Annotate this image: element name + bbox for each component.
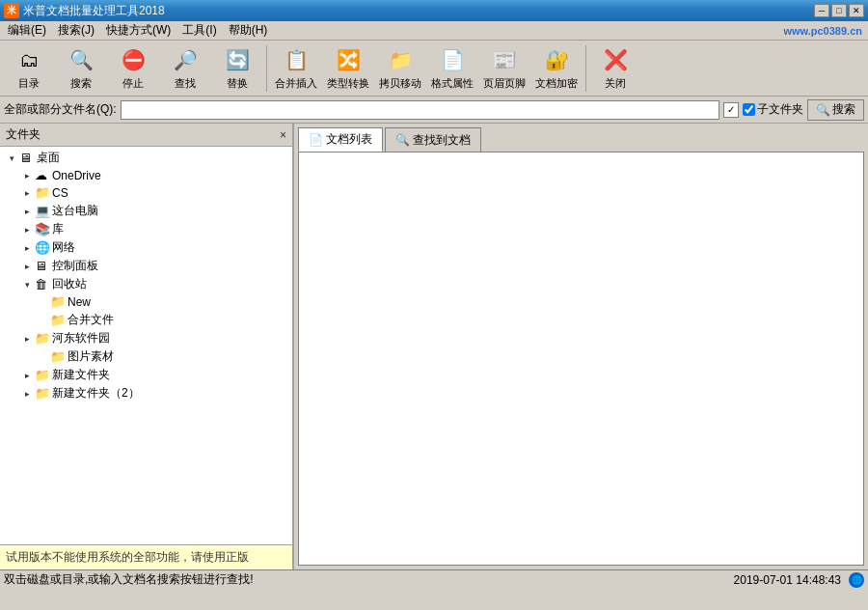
find-icon: 🔎 bbox=[170, 46, 201, 74]
thispc-icon: 💻 bbox=[35, 204, 50, 219]
tree-item-thispc[interactable]: ▸ 💻 这台电脑 bbox=[0, 202, 292, 220]
expand-hedong[interactable]: ▸ bbox=[19, 331, 35, 347]
subfolder-checkbox-area[interactable]: 子文件夹 bbox=[743, 101, 803, 118]
desktop-label: 桌面 bbox=[37, 150, 60, 166]
menu-search[interactable]: 搜索(J) bbox=[52, 20, 100, 41]
main-area: 文件夹 × ▾ 🖥 桌面 ▸ ☁ OneDrive ▸ 📁 CS bbox=[0, 124, 868, 569]
expand-network[interactable]: ▸ bbox=[19, 240, 35, 256]
minimize-button[interactable]: ─ bbox=[814, 4, 829, 17]
newfolder2-icon: 📁 bbox=[35, 386, 50, 402]
tree-item-new[interactable]: ▸ 📁 New bbox=[0, 293, 292, 311]
toolbar-headerfooter-button[interactable]: 📰 页眉页脚 bbox=[479, 43, 529, 94]
menu-shortcut[interactable]: 快捷方式(W) bbox=[100, 20, 176, 41]
expand-onedrive[interactable]: ▸ bbox=[19, 168, 35, 183]
merge-label: 合并插入 bbox=[275, 76, 317, 91]
search-toolbar-icon: 🔍 bbox=[66, 46, 96, 74]
trial-notice: 试用版本不能使用系统的全部功能，请使用正版 bbox=[0, 544, 292, 569]
expand-cs[interactable]: ▸ bbox=[19, 185, 35, 201]
newfolder2-label: 新建文件夹（2） bbox=[52, 385, 140, 402]
app-title: 米普文档批量处理工具2018 bbox=[23, 3, 814, 19]
title-buttons: ─ □ ✕ bbox=[814, 4, 864, 17]
find-label: 查找 bbox=[175, 76, 196, 91]
file-panel-close[interactable]: × bbox=[280, 128, 286, 142]
right-panel: 📄 文档列表 🔍 查找到文档 bbox=[294, 124, 868, 569]
cs-folder-icon: 📁 bbox=[35, 185, 50, 201]
format-icon: 📄 bbox=[437, 46, 468, 74]
expand-library[interactable]: ▸ bbox=[19, 222, 35, 237]
toolbar-typeconv-button[interactable]: 🔀 类型转换 bbox=[323, 43, 373, 94]
dir-label: 目录 bbox=[18, 76, 40, 91]
tree-item-controlpanel[interactable]: ▸ 🖥 控制面板 bbox=[0, 257, 292, 275]
tab-finddoc-label: 查找到文档 bbox=[413, 132, 471, 149]
tab-finddoc-icon: 🔍 bbox=[395, 133, 410, 147]
tree-item-newfolder2[interactable]: ▸ 📁 新建文件夹（2） bbox=[0, 384, 292, 402]
toolbar-close-button[interactable]: ❌ 关闭 bbox=[590, 43, 640, 94]
new-folder-icon: 📁 bbox=[50, 294, 66, 310]
copymove-icon: 📁 bbox=[385, 46, 416, 74]
images-folder-icon: 📁 bbox=[50, 349, 66, 365]
file-tree: ▾ 🖥 桌面 ▸ ☁ OneDrive ▸ 📁 CS ▸ 💻 这台电脑 bbox=[0, 147, 292, 544]
file-panel-header: 文件夹 × bbox=[0, 124, 292, 147]
filename-label: 全部或部分文件名(Q): bbox=[4, 101, 117, 118]
stop-label: 停止 bbox=[122, 76, 144, 91]
expand-desktop[interactable]: ▾ bbox=[4, 151, 19, 166]
search-input[interactable] bbox=[121, 100, 719, 120]
expand-newfolder[interactable]: ▸ bbox=[19, 368, 35, 383]
tab-doclist-label: 文档列表 bbox=[326, 131, 372, 148]
subfolder-checkbox[interactable] bbox=[743, 103, 755, 116]
status-right: 2019-07-01 14:48:43 🌐 bbox=[734, 572, 864, 588]
newfolder-icon: 📁 bbox=[35, 368, 50, 383]
toolbar-encrypt-button[interactable]: 🔐 文档加密 bbox=[531, 43, 582, 94]
replace-icon: 🔄 bbox=[222, 46, 253, 74]
toolbar-stop-button[interactable]: ⛔ 停止 bbox=[108, 43, 158, 94]
toolbar-dir-button[interactable]: 🗂 目录 bbox=[4, 43, 54, 94]
toolbar-close-icon: ❌ bbox=[600, 46, 631, 74]
tree-item-hedong[interactable]: ▸ 📁 河东软件园 bbox=[0, 329, 292, 347]
tab-find-doc[interactable]: 🔍 查找到文档 bbox=[385, 127, 481, 152]
headerfooter-icon: 📰 bbox=[489, 46, 520, 74]
menu-edit[interactable]: 编辑(E) bbox=[2, 20, 52, 41]
toolbar-replace-button[interactable]: 🔄 替换 bbox=[212, 43, 262, 94]
tree-item-cs[interactable]: ▸ 📁 CS bbox=[0, 184, 292, 202]
menu-help[interactable]: 帮助(H) bbox=[223, 20, 274, 41]
tree-item-network[interactable]: ▸ 🌐 网络 bbox=[0, 238, 292, 257]
tree-item-desktop[interactable]: ▾ 🖥 桌面 bbox=[0, 149, 292, 167]
close-window-button[interactable]: ✕ bbox=[849, 4, 864, 17]
tree-item-newfolder[interactable]: ▸ 📁 新建文件夹 bbox=[0, 366, 292, 384]
expand-thispc[interactable]: ▸ bbox=[19, 204, 35, 219]
tab-doc-list[interactable]: 📄 文档列表 bbox=[298, 127, 383, 152]
search-bar: 全部或部分文件名(Q): ✓ 子文件夹 🔍 搜索 bbox=[0, 97, 868, 124]
recycle-label: 回收站 bbox=[52, 276, 87, 292]
file-panel-title: 文件夹 bbox=[6, 126, 41, 143]
toolbar-format-button[interactable]: 📄 格式属性 bbox=[427, 43, 477, 94]
tree-item-recycle[interactable]: ▾ 🗑 回收站 bbox=[0, 275, 292, 293]
desktop-folder-icon: 🖥 bbox=[19, 151, 35, 166]
tree-item-images[interactable]: ▸ 📁 图片素材 bbox=[0, 347, 292, 366]
expand-controlpanel[interactable]: ▸ bbox=[19, 259, 35, 274]
toolbar-copymove-button[interactable]: 📁 拷贝移动 bbox=[375, 43, 425, 94]
toolbar-find-button[interactable]: 🔎 查找 bbox=[160, 43, 210, 94]
tree-item-mergefiles[interactable]: ▸ 📁 合并文件 bbox=[0, 311, 292, 329]
menu-tools[interactable]: 工具(I) bbox=[176, 20, 222, 41]
expand-newfolder2[interactable]: ▸ bbox=[19, 386, 35, 402]
maximize-button[interactable]: □ bbox=[831, 4, 847, 17]
status-datetime: 2019-07-01 14:48:43 bbox=[734, 573, 841, 587]
library-icon: 📚 bbox=[35, 222, 50, 237]
toolbar: 🗂 目录 🔍 搜索 ⛔ 停止 🔎 查找 🔄 替换 📋 合并插入 🔀 类型转换 📁… bbox=[0, 41, 868, 97]
tree-item-onedrive[interactable]: ▸ ☁ OneDrive bbox=[0, 167, 292, 184]
toolbar-search-button[interactable]: 🔍 搜索 bbox=[56, 43, 106, 94]
tab-doclist-icon: 📄 bbox=[309, 133, 323, 147]
encrypt-icon: 🔐 bbox=[541, 46, 572, 74]
toolbar-merge-button[interactable]: 📋 合并插入 bbox=[271, 43, 321, 94]
tab-bar: 📄 文档列表 🔍 查找到文档 bbox=[294, 124, 868, 152]
library-label: 库 bbox=[52, 221, 64, 237]
newfolder-label: 新建文件夹 bbox=[52, 367, 110, 383]
tree-item-library[interactable]: ▸ 📚 库 bbox=[0, 220, 292, 238]
onedrive-icon: ☁ bbox=[35, 168, 50, 183]
expand-recycle[interactable]: ▾ bbox=[19, 277, 35, 292]
toolbar-divider-2 bbox=[585, 45, 586, 92]
toolbar-divider-1 bbox=[266, 45, 267, 92]
search-button[interactable]: 🔍 搜索 bbox=[807, 99, 864, 121]
status-left-text: 双击磁盘或目录,或输入文档名搜索按钮进行查找! bbox=[4, 571, 734, 588]
menu-bar: 编辑(E) 搜索(J) 快捷方式(W) 工具(I) 帮助(H) www.pc03… bbox=[0, 21, 868, 41]
